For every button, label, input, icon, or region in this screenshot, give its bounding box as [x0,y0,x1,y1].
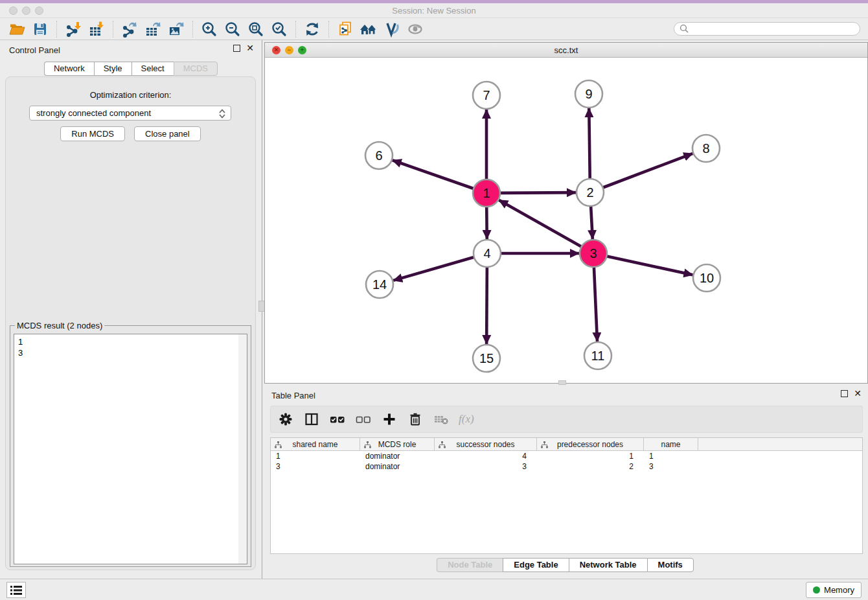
network-view-titlebar: ✕ − + scc.txt [265,43,867,58]
tab-motifs[interactable]: Motifs [647,558,694,572]
open-session-icon[interactable] [5,19,29,39]
tab-select[interactable]: Select [131,62,174,76]
graph-edge-3-11[interactable] [594,266,597,341]
save-session-icon[interactable] [29,19,52,39]
zoom-selected-icon[interactable] [268,19,291,39]
graph-node-label-10: 10 [700,271,714,285]
graph-edge-4-15[interactable] [486,266,487,344]
network-list-button[interactable] [6,582,26,598]
graph-node-label-11: 11 [591,349,605,363]
fit-content-icon[interactable] [244,19,268,39]
column-header-label: MCDS role [378,440,417,449]
control-panel-float-button[interactable] [233,45,240,52]
delete-table-icon[interactable] [433,411,450,428]
graph-edge-2-9[interactable] [589,108,589,180]
network-canvas[interactable]: 1234678910111415 [265,58,867,383]
toolbar-separator [113,21,113,38]
column-header-MCDS-role[interactable]: MCDS role [360,438,435,450]
node-table-header: shared nameMCDS rolesuccessor nodesprede… [271,438,862,451]
function-builder-icon[interactable]: f(x) [459,413,474,426]
tab-edge-table[interactable]: Edge Table [503,558,568,572]
import-table-icon[interactable] [85,19,108,39]
graph-edge-4-14[interactable] [393,257,475,281]
tab-network-table[interactable]: Network Table [569,558,647,572]
home-layout-icon[interactable] [357,19,380,39]
deselect-all-icon[interactable] [355,411,372,428]
tab-network[interactable]: Network [44,62,94,76]
app-title: Session: New Session [0,3,868,18]
select-all-icon[interactable] [329,411,346,428]
add-row-icon[interactable] [381,411,398,428]
export-network-icon[interactable] [118,19,141,39]
node-table: shared nameMCDS rolesuccessor nodesprede… [270,437,863,554]
table-cell[interactable]: dominator [360,451,435,461]
table-cell[interactable]: 4 [435,451,537,461]
tab-mcds[interactable]: MCDS [174,62,218,76]
search-input[interactable] [689,25,854,34]
horizontal-splitter-handle[interactable] [558,380,566,385]
clone-network-icon[interactable] [334,19,357,39]
graph-node-label-2: 2 [586,185,593,200]
table-toolbar: f(x) [270,406,863,433]
graph-edge-1-4[interactable] [486,205,487,239]
show-graphics-details-icon[interactable] [404,19,427,39]
shared-column-icon [275,441,282,448]
mcds-result-title: MCDS result (2 nodes) [15,321,104,330]
graph-node-label-15: 15 [479,351,494,365]
table-row-1[interactable]: 3dominator323 [271,461,862,472]
control-panel: Control Panel ✕ NetworkStyleSelectMCDS O… [0,40,262,579]
table-panel-title: Table Panel [271,391,315,400]
table-cell[interactable]: 1 [537,451,644,461]
vizmapper-icon[interactable] [380,19,404,39]
table-cell[interactable]: 1 [271,451,360,461]
mcds-result-group: MCDS result (2 nodes) [10,321,251,567]
table-cell[interactable]: 3 [271,461,360,472]
graph-node-label-9: 9 [585,87,592,101]
table-cell[interactable]: 2 [537,461,644,472]
tab-style[interactable]: Style [94,62,131,76]
zoom-out-icon[interactable] [221,19,244,39]
tab-node-table[interactable]: Node Table [437,558,503,572]
optimization-criterion-label: Optimization criterion: [6,90,255,100]
column-header-name[interactable]: name [644,438,698,450]
table-panel-float-button[interactable] [841,390,848,397]
shared-column-icon [364,441,371,448]
import-network-icon[interactable] [62,19,85,39]
graph-node-label-6: 6 [375,148,382,163]
column-header-predecessor-nodes[interactable]: predecessor nodes [537,438,644,450]
table-cell[interactable]: 1 [644,451,698,461]
table-settings-icon[interactable] [277,411,294,428]
graph-edge-1-6[interactable] [393,160,475,189]
table-cell[interactable]: 3 [435,461,537,472]
mcds-panel: Optimization criterion: strongly connect… [5,76,256,570]
close-panel-button[interactable]: Close panel [134,126,201,141]
table-panel-tabs: Node TableEdge TableNetwork TableMotifs [262,558,868,572]
show-columns-icon[interactable] [303,411,320,428]
column-header-successor-nodes[interactable]: successor nodes [435,438,537,450]
main-toolbar [0,19,868,40]
table-cell[interactable]: dominator [360,461,435,472]
refresh-styles-icon[interactable] [301,19,324,39]
run-mcds-button[interactable]: Run MCDS [60,126,125,141]
list-icon [10,584,23,596]
graph-edge-2-3[interactable] [591,205,593,239]
mcds-result-text[interactable] [14,334,247,564]
graph-edge-1-2[interactable] [499,192,576,193]
graph-edge-2-8[interactable] [602,154,693,188]
export-table-icon[interactable] [141,19,165,39]
export-image-icon[interactable] [165,19,188,39]
delete-row-icon[interactable] [407,411,424,428]
table-row-0[interactable]: 1dominator411 [271,451,862,461]
toolbar-separator [328,21,329,38]
graph-edge-3-10[interactable] [606,256,693,275]
control-panel-close-button[interactable]: ✕ [246,45,254,52]
table-cell[interactable]: 3 [644,461,698,472]
graph-edge-3-1[interactable] [499,200,582,248]
memory-button[interactable]: Memory [806,582,862,598]
column-header-shared-name[interactable]: shared name [271,438,360,450]
search-field[interactable] [674,22,860,36]
network-view-window: ✕ − + scc.txt 1234678910111415 [264,42,868,384]
optimization-criterion-select[interactable]: strongly connected component [29,106,231,121]
table-panel-close-button[interactable]: ✕ [854,390,862,397]
zoom-in-icon[interactable] [198,19,221,39]
